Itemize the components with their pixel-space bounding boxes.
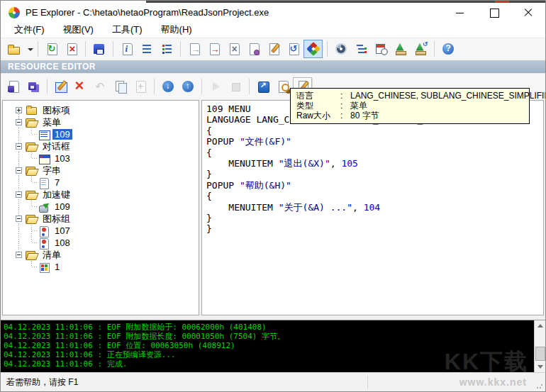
expand-view-button[interactable] bbox=[253, 77, 272, 96]
export-button[interactable] bbox=[184, 40, 204, 58]
tree-leaf[interactable]: 109 bbox=[3, 128, 199, 140]
expand-box[interactable] bbox=[16, 107, 22, 113]
tree-node[interactable]: 清单 bbox=[3, 249, 199, 261]
move-up-button[interactable] bbox=[178, 77, 197, 96]
save-all-resources-button[interactable] bbox=[23, 77, 43, 96]
scroll-up-arrow-icon[interactable] bbox=[535, 320, 545, 331]
copy-resource-button[interactable] bbox=[111, 77, 130, 96]
strip-button[interactable] bbox=[224, 40, 243, 58]
expand-icon bbox=[256, 79, 270, 94]
dialog-res-icon bbox=[38, 153, 50, 164]
date-time-stamp-button[interactable] bbox=[371, 40, 390, 58]
edit-headers-button[interactable] bbox=[264, 40, 283, 58]
tree-guide bbox=[26, 225, 38, 237]
tree-node-label[interactable]: 清单 bbox=[40, 249, 63, 262]
tree-node-label[interactable]: 图标组 bbox=[40, 213, 72, 225]
tree-node[interactable]: 图标组 bbox=[3, 213, 199, 225]
tree-leaf[interactable]: 109 bbox=[3, 201, 199, 213]
collapse-box[interactable] bbox=[16, 119, 22, 125]
log-scrollbar[interactable] bbox=[534, 320, 545, 372]
help-button[interactable] bbox=[438, 40, 457, 58]
tree-node-label[interactable]: 图标项 bbox=[40, 104, 72, 117]
menu-item-3[interactable]: 工具(T) bbox=[103, 22, 152, 38]
tree-leaf-label[interactable]: 103 bbox=[52, 153, 72, 164]
new-resource-button[interactable] bbox=[130, 77, 150, 96]
preview-resource-button[interactable] bbox=[273, 77, 292, 96]
certificate-doc-icon bbox=[247, 42, 261, 56]
tree-leaf-label[interactable]: 109 bbox=[52, 201, 72, 212]
reload-file-button[interactable] bbox=[42, 40, 61, 58]
undo-button[interactable] bbox=[91, 77, 110, 96]
menu-item-2[interactable]: 视图(V) bbox=[54, 22, 103, 38]
tree-leaf[interactable]: 108 bbox=[3, 237, 199, 249]
tree-node-label[interactable]: 菜单 bbox=[40, 116, 63, 129]
collapse-box[interactable] bbox=[16, 191, 22, 198]
resource-cleaner-button[interactable] bbox=[391, 40, 410, 58]
collapse-box[interactable] bbox=[16, 215, 22, 222]
tree-leaf-label[interactable]: 7 bbox=[52, 177, 62, 188]
tree-leaf[interactable]: 1 bbox=[3, 261, 199, 273]
tree-guide bbox=[26, 201, 38, 213]
import-doc-icon bbox=[207, 42, 221, 56]
app-icon bbox=[8, 6, 21, 19]
tree-node[interactable]: 图标项 bbox=[3, 104, 199, 116]
scroll-down-arrow-icon[interactable] bbox=[535, 362, 545, 372]
digital-signature-button[interactable] bbox=[244, 40, 263, 58]
string-res-icon bbox=[38, 177, 50, 189]
tree-leaf-label[interactable]: 1 bbox=[52, 262, 62, 272]
tree-leaf-label[interactable]: 108 bbox=[52, 237, 72, 248]
toolbar-separator bbox=[38, 41, 38, 57]
tree-node[interactable]: 字串 bbox=[3, 164, 199, 177]
resource-rebuilder-button[interactable]: ↺ bbox=[411, 40, 430, 58]
open-file-dropdown-button[interactable] bbox=[23, 40, 33, 58]
code-view[interactable]: 109 MENULANGUAGE LANG_CHINESE, SUBLANG_C… bbox=[201, 100, 544, 315]
collapse-box[interactable] bbox=[16, 252, 22, 258]
resize-grip[interactable] bbox=[536, 382, 543, 389]
move-down-button[interactable] bbox=[158, 77, 177, 96]
play-button[interactable] bbox=[206, 77, 225, 96]
menu-item-1[interactable]: 文件(F) bbox=[5, 22, 54, 38]
tree-leaf-label[interactable]: 107 bbox=[52, 225, 72, 236]
collapse-box[interactable] bbox=[16, 167, 22, 174]
menu-item-4[interactable]: 帮助(H) bbox=[152, 22, 201, 38]
toolbar-separator bbox=[113, 41, 113, 57]
scroll-thumb[interactable] bbox=[535, 347, 545, 361]
tree-leaf[interactable]: 107 bbox=[3, 225, 199, 237]
import-button[interactable] bbox=[204, 40, 223, 58]
dependency-icon bbox=[354, 42, 368, 56]
save-file-button[interactable] bbox=[89, 40, 108, 58]
edit-resource-button[interactable] bbox=[51, 77, 70, 96]
collapse-box[interactable] bbox=[16, 143, 22, 150]
tree-leaf-label-selected[interactable]: 109 bbox=[52, 129, 72, 140]
headers-view-button[interactable] bbox=[137, 40, 156, 58]
content-area: 图标项菜单109对话框103字串7加速键109图标组107108清单1 109 … bbox=[1, 99, 545, 316]
log-line: 04.12.2023 11:01:06 : EOF 附加数据始于: 000620… bbox=[4, 323, 545, 332]
delete-resource-button[interactable] bbox=[71, 77, 90, 96]
tree-node-label[interactable]: 加速键 bbox=[40, 189, 72, 201]
close-button[interactable] bbox=[523, 7, 534, 18]
section-headers-button[interactable] bbox=[157, 40, 176, 58]
tree-node-label[interactable]: 字串 bbox=[40, 164, 63, 177]
tree-leaf[interactable]: 103 bbox=[3, 152, 199, 164]
tree-leaf[interactable]: 7 bbox=[3, 177, 199, 189]
minimize-button[interactable] bbox=[455, 7, 466, 18]
tooltip-value: LANG_CHINESE, SUBLANG_CHINESE_SIMPLIFIED bbox=[350, 91, 546, 101]
tree-node[interactable]: 加速键 bbox=[3, 189, 199, 201]
update-headers-button[interactable] bbox=[284, 40, 303, 58]
close-file-button[interactable] bbox=[62, 40, 81, 58]
tree-node[interactable]: 对话框 bbox=[3, 140, 199, 152]
tree-node-label[interactable]: 对话框 bbox=[40, 140, 72, 153]
tooltip-row: 语言:LANG_CHINESE, SUBLANG_CHINESE_SIMPLIF… bbox=[296, 91, 523, 101]
tree-guide bbox=[13, 164, 26, 177]
file-info-button[interactable] bbox=[117, 40, 136, 58]
disassembler-button[interactable] bbox=[331, 40, 350, 58]
maximize-button[interactable] bbox=[489, 7, 500, 18]
tree-node[interactable]: 菜单 bbox=[3, 116, 199, 128]
icongroup-res-icon bbox=[38, 225, 50, 237]
stop-button[interactable] bbox=[225, 77, 245, 96]
open-file-button[interactable] bbox=[4, 40, 23, 58]
tree-guide bbox=[13, 128, 26, 140]
save-resource-button[interactable] bbox=[4, 77, 23, 96]
dependency-scanner-button[interactable] bbox=[351, 40, 370, 58]
resource-editor-button[interactable] bbox=[303, 40, 323, 58]
